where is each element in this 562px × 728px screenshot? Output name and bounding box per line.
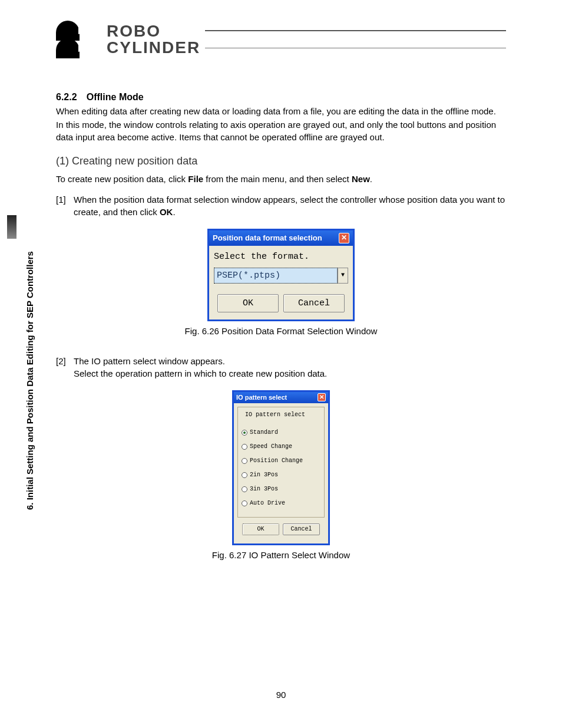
radio-option[interactable]: Position Change	[242, 457, 320, 465]
step-item: [1] When the position data format select…	[56, 193, 506, 218]
format-selected: PSEP(*.ptps)	[214, 268, 338, 284]
radio-label: Standard	[250, 429, 278, 437]
figure-1: Position data format selection ✕ Select …	[56, 229, 506, 337]
radio-label: Position Change	[250, 457, 303, 465]
paragraph: When editing data after creating new dat…	[56, 105, 506, 117]
dialog-title: IO pattern select	[236, 393, 287, 402]
step-item: [2] The IO pattern select window appears…	[56, 355, 506, 380]
logo-text: ROBO CYLINDER	[107, 23, 200, 56]
radio-label: 2in 3Pos	[250, 471, 278, 479]
dialog-titlebar: IO pattern select ✕	[234, 392, 328, 403]
section-number: 6.2.2	[56, 92, 77, 102]
paragraph: To create new position data, click File …	[56, 173, 506, 185]
subsection-heading: (1) Creating new position data	[56, 154, 506, 169]
subsection-number: (1)	[56, 155, 69, 167]
radio-icon[interactable]	[242, 430, 247, 436]
paragraph: In this mode, the window controls relati…	[56, 118, 506, 143]
subsection-title: Creating new position data	[72, 155, 197, 167]
dialog-title: Position data format selection	[213, 233, 322, 243]
radio-option[interactable]: Auto Drive	[242, 499, 320, 508]
radio-icon[interactable]	[242, 500, 247, 506]
step-number: [1]	[56, 193, 74, 218]
menu-file-bold: File	[188, 174, 203, 184]
radio-label: Auto Drive	[250, 499, 285, 508]
radio-icon[interactable]	[242, 444, 247, 450]
close-icon[interactable]: ✕	[318, 393, 326, 401]
step-number: [2]	[56, 355, 74, 380]
figure-caption: Fig. 6.26 Position Data Format Selection…	[56, 325, 506, 337]
logo-line2: CYLINDER	[107, 39, 200, 56]
radio-icon[interactable]	[242, 486, 247, 492]
radio-option[interactable]: 2in 3Pos	[242, 471, 320, 479]
radio-label: Speed Change	[250, 443, 292, 451]
section-heading: 6.2.2 Offline Mode	[56, 91, 506, 104]
format-selection-dialog: Position data format selection ✕ Select …	[207, 229, 355, 321]
ok-button[interactable]: OK	[242, 523, 279, 535]
page-header: ROBO CYLINDER	[56, 21, 506, 58]
radio-option[interactable]: 3in 3Pos	[242, 485, 320, 493]
groupbox-title: IO pattern select	[244, 411, 306, 419]
figure-2: IO pattern select ✕ IO pattern select St…	[56, 390, 506, 561]
cancel-button[interactable]: Cancel	[283, 523, 320, 535]
io-pattern-select-dialog: IO pattern select ✕ IO pattern select St…	[232, 390, 330, 545]
radio-option[interactable]: Speed Change	[242, 443, 320, 451]
io-pattern-groupbox: IO pattern select StandardSpeed ChangePo…	[237, 407, 325, 518]
step-text: The IO pattern select window appears. Se…	[74, 355, 506, 380]
close-icon[interactable]: ✕	[339, 233, 349, 243]
ok-bold: OK	[160, 207, 173, 217]
section-title: Offline Mode	[87, 92, 144, 102]
radio-icon[interactable]	[242, 458, 247, 464]
menu-new-bold: New	[352, 174, 370, 184]
format-dropdown[interactable]: PSEP(*.ptps) ▼	[214, 268, 348, 284]
figure-caption: Fig. 6.27 IO Pattern Select Window	[56, 549, 506, 561]
page-number: 90	[0, 690, 562, 700]
dialog-titlebar: Position data format selection ✕	[209, 230, 353, 246]
radio-option[interactable]: Standard	[242, 429, 320, 437]
logo-mark	[56, 21, 102, 58]
radio-label: 3in 3Pos	[250, 485, 278, 493]
chevron-down-icon[interactable]: ▼	[338, 268, 348, 284]
dialog-label: Select the format.	[214, 251, 348, 263]
radio-icon[interactable]	[242, 472, 247, 478]
logo-line1: ROBO	[107, 23, 200, 39]
ok-button[interactable]: OK	[217, 294, 279, 312]
cancel-button[interactable]: Cancel	[283, 294, 345, 312]
header-rule-lines	[205, 28, 506, 51]
step-text: When the position data format selection …	[74, 193, 506, 218]
